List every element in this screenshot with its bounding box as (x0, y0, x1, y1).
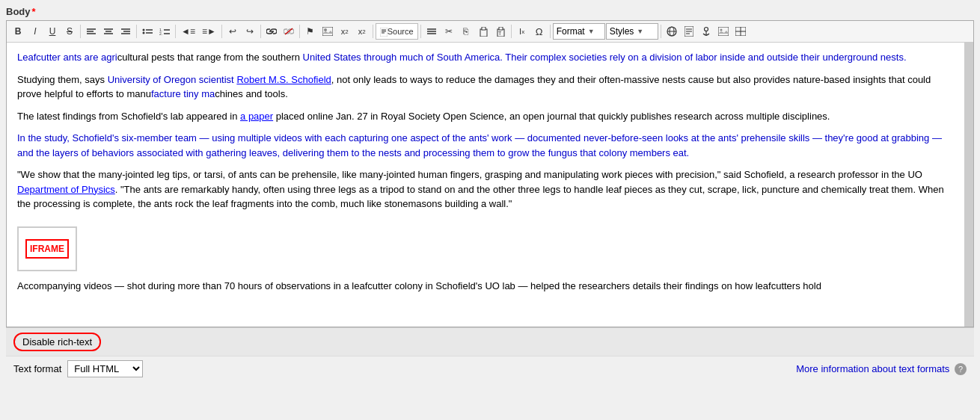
format-dropdown[interactable]: Format ▼ (553, 23, 605, 40)
bold-button[interactable]: B (10, 23, 26, 40)
redo-button[interactable]: ↪ (242, 23, 258, 40)
subscript-button[interactable]: x2 (354, 23, 370, 40)
content-area[interactable]: Leafcutter ants are agricultural pests t… (7, 43, 973, 327)
paste-text-button[interactable]: T (492, 23, 509, 40)
field-label-text: Body (6, 6, 31, 17)
toolbar: B I U S 1.2. (7, 21, 973, 43)
copy-button[interactable]: ⎘ (458, 23, 474, 40)
align-center-button[interactable] (100, 23, 117, 40)
align2-button[interactable] (423, 23, 440, 40)
rich-text-editor: B I U S 1.2. (6, 20, 974, 327)
text-format-select[interactable]: Full HTML Basic HTML Plain Text (67, 360, 143, 377)
image2-button[interactable] (715, 23, 732, 40)
more-info-container: More information about text formats ? (796, 363, 967, 375)
italic-button[interactable]: I (27, 23, 43, 40)
svg-text:T: T (498, 31, 502, 36)
svg-rect-19 (322, 27, 333, 36)
ordered-list-button[interactable]: 1.2. (156, 23, 173, 40)
toolbar-sep-5 (260, 25, 261, 38)
flag-button[interactable]: ⚑ (302, 23, 319, 40)
styles-dropdown[interactable]: Styles ▼ (606, 23, 658, 40)
field-required-indicator: * (32, 6, 36, 17)
disable-richtext-button[interactable]: Disable rich-text (13, 333, 101, 351)
last-line: Accompanying videos — shot during more t… (17, 279, 954, 294)
iframe-label: IFRAME (25, 239, 69, 259)
special-char-button[interactable]: Ω (531, 23, 548, 40)
toolbar-sep-11 (661, 25, 661, 38)
align-left-button[interactable] (83, 23, 99, 40)
toolbar-sep-6 (299, 25, 300, 38)
image-button[interactable] (319, 23, 336, 40)
outdent-button[interactable]: ◄≡ (178, 23, 198, 40)
toolbar-sep-4 (221, 25, 222, 38)
page-button[interactable] (681, 23, 697, 40)
globe-button[interactable] (664, 23, 680, 40)
toolbar-sep-1 (80, 25, 81, 38)
align-right-button[interactable] (117, 23, 134, 40)
svg-text:2.: 2. (159, 31, 162, 35)
iframe-box: IFRAME (17, 226, 77, 271)
superscript-button[interactable]: x2 (337, 23, 353, 40)
anchor-button[interactable] (698, 23, 714, 40)
styles-dropdown-label: Styles (610, 26, 634, 37)
remove-format-button[interactable]: Ix (514, 23, 530, 40)
editor-outer-wrapper: Body* B I U S (0, 0, 980, 387)
toolbar-sep-10 (550, 25, 551, 38)
toolbar-sep-7 (373, 25, 373, 38)
svg-point-11 (143, 32, 145, 34)
table-button[interactable] (732, 23, 749, 40)
paragraph-2: Studying them, says University of Oregon… (17, 72, 954, 102)
svg-rect-21 (380, 28, 388, 37)
underline-button[interactable]: U (44, 23, 61, 40)
svg-rect-31 (499, 27, 503, 30)
paragraph-5: "We show that the many-jointed leg tips,… (17, 167, 954, 211)
source-icon (380, 26, 388, 36)
field-label: Body* (6, 6, 974, 17)
toolbar-sep-8 (420, 25, 421, 38)
unlink-button[interactable] (281, 23, 297, 40)
svg-rect-42 (718, 27, 729, 36)
source-button[interactable]: Source (376, 23, 418, 40)
paragraph-3: The latest findings from Schofield's lab… (17, 109, 954, 124)
paper-link[interactable]: a paper (240, 111, 273, 122)
strikethrough-button[interactable]: S (61, 23, 78, 40)
svg-rect-29 (482, 27, 486, 30)
format-dropdown-arrow: ▼ (588, 28, 595, 35)
unordered-list-button[interactable] (139, 23, 156, 40)
paste-button[interactable] (475, 23, 491, 40)
physics-dept-link[interactable]: Department of Physics (17, 184, 115, 195)
format-row: Text format Full HTML Basic HTML Plain T… (6, 356, 974, 381)
styles-dropdown-arrow: ▼ (637, 28, 643, 35)
format-label: Text format (13, 363, 61, 374)
svg-point-43 (720, 29, 722, 31)
svg-point-40 (704, 28, 708, 31)
indent-button[interactable]: ≡► (199, 23, 219, 40)
cut-button[interactable]: ✂ (441, 23, 457, 40)
bottom-bar: Disable rich-text (6, 327, 974, 356)
schofield-link[interactable]: Robert M.S. Schofield (236, 74, 331, 85)
toolbar-sep-9 (511, 25, 512, 38)
link-button[interactable] (263, 23, 280, 40)
paragraph-1: Leafcutter ants are agricultural pests t… (17, 50, 954, 65)
more-info-link[interactable]: More information about text formats (796, 363, 949, 374)
paragraph-4: In the study, Schofield's six-member tea… (17, 131, 954, 160)
toolbar-sep-3 (175, 25, 176, 38)
format-left: Text format Full HTML Basic HTML Plain T… (13, 360, 143, 377)
help-icon: ? (955, 363, 967, 375)
undo-button[interactable]: ↩ (224, 23, 241, 40)
toolbar-sep-2 (136, 25, 137, 38)
svg-point-9 (143, 29, 145, 31)
svg-point-20 (324, 28, 327, 31)
format-dropdown-label: Format (557, 26, 585, 37)
